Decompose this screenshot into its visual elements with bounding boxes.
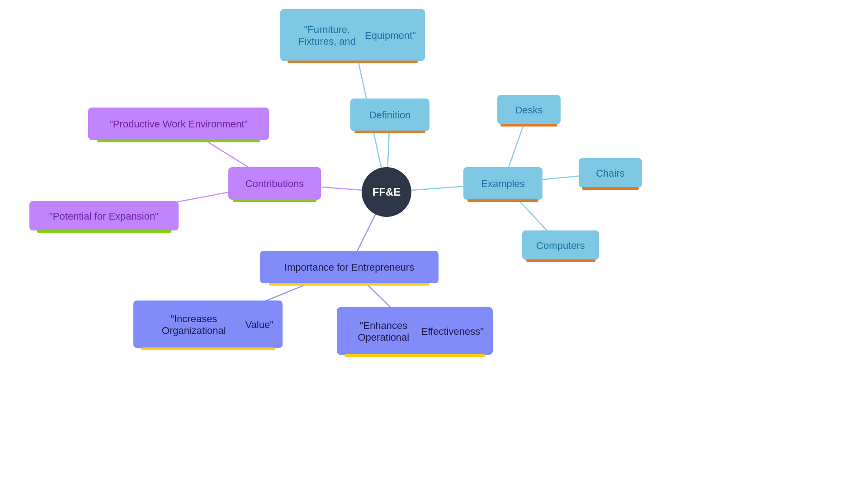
center-node: FF&E [362,167,411,217]
node-bottom-bar-org_value [141,347,275,350]
node-importance: Importance for Entrepreneurs [260,251,439,283]
node-bottom-bar-computers [526,259,595,262]
node-productive: "Productive Work Environment" [88,108,269,140]
node-org_value: "Increases OrganizationalValue" [133,300,283,348]
node-definition: Definition [350,99,429,131]
node-operational: "Enhances OperationalEffectiveness" [337,307,493,355]
node-bottom-bar-definition [354,131,426,133]
node-bottom-bar-operational [344,354,485,357]
node-bottom-bar-examples [467,199,539,202]
node-furniture: "Furniture, Fixtures, andEquipment" [280,9,425,61]
node-examples: Examples [463,167,542,200]
mind-map: FF&E"Furniture, Fixtures, andEquipment"D… [0,0,868,488]
node-desks: Desks [497,95,561,124]
node-bottom-bar-furniture [288,61,418,63]
node-bottom-bar-desks [500,124,557,127]
node-bottom-bar-productive [97,140,260,142]
node-bottom-bar-expansion [37,230,171,233]
node-expansion: "Potential for Expansion" [29,201,179,230]
node-bottom-bar-contributions [233,199,316,202]
node-computers: Computers [522,230,599,260]
connections-svg [0,0,868,488]
node-contributions: Contributions [228,167,321,200]
node-bottom-bar-importance [269,283,430,286]
node-bottom-bar-chairs [582,187,639,190]
node-chairs: Chairs [579,158,642,188]
